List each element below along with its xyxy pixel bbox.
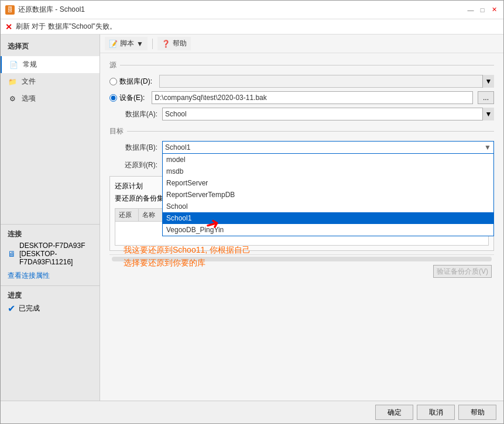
options-icon: ⚙ (8, 94, 17, 104)
database-radio[interactable] (109, 78, 117, 85)
source-radio-group: 数据库(D): ▼ 设备(E): ... (109, 75, 494, 104)
dropdown-selected[interactable]: School1 ▼ (162, 141, 494, 154)
restore-plan-title: 还原计划 (115, 181, 143, 191)
dropdown-arrow-icon: ▼ (484, 143, 491, 151)
script-button[interactable]: 📝 脚本 ▼ (105, 37, 148, 50)
server-icon: 🖥 (8, 249, 16, 258)
bottom-buttons: 确定 取消 帮助 (375, 405, 496, 420)
sidebar-item-general[interactable]: 📄 常规 (1, 56, 100, 73)
script-label: 脚本 (120, 39, 134, 49)
device-radio[interactable] (109, 94, 117, 102)
col-restore: 还原 (115, 209, 139, 221)
script-arrow-icon: ▼ (136, 40, 143, 48)
database-b-label: 数据库(B): (109, 143, 162, 153)
main-window: 🗄 还原数据库 - School1 — □ ✕ ✕ 刷新 对于 数据库"Scho… (0, 0, 504, 424)
connection-detail: [DESKTOP-F7DA93F\11216] (19, 250, 92, 266)
sidebar-item-options[interactable]: ⚙ 选项 (1, 90, 100, 107)
title-controls: — □ ✕ (466, 5, 499, 15)
toolbar-separator (152, 39, 153, 49)
sidebar: 选择页 📄 常规 📁 文件 ⚙ 选项 连接 🖥 DESKTOP-F7DA93F (1, 35, 100, 401)
check-icon: ✔ (8, 303, 15, 314)
dropdown-item-reportservertempdb[interactable]: ReportServerTempDB (163, 189, 493, 201)
main-content: 选择页 📄 常规 📁 文件 ⚙ 选项 连接 🖥 DESKTOP-F7DA93F (1, 35, 503, 401)
database-a-select[interactable]: School (162, 108, 494, 120)
help-label: 帮助 (173, 39, 187, 49)
progress-title: 进度 (8, 291, 92, 301)
progress-status: 已完成 (19, 304, 40, 313)
hscroll-track[interactable] (112, 257, 492, 261)
script-icon: 📝 (109, 40, 118, 48)
right-panel: 📝 脚本 ▼ ❓ 帮助 源 数据库(D): (100, 35, 503, 401)
database-source-select[interactable] (159, 75, 494, 88)
help-bottom-button[interactable]: 帮助 (458, 405, 496, 420)
maximize-button[interactable]: □ (478, 5, 487, 15)
error-message: 刷新 对于 数据库"School"失败。 (16, 22, 116, 32)
files-icon: 📁 (8, 77, 17, 87)
validate-button[interactable]: 验证备份介质(V) (433, 265, 492, 278)
close-button[interactable]: ✕ (489, 5, 499, 15)
dropdown-item-model[interactable]: model (163, 154, 493, 166)
title-bar: 🗄 还原数据库 - School1 — □ ✕ (1, 1, 503, 19)
browse-button[interactable]: ... (478, 91, 494, 104)
error-icon: ✕ (5, 22, 12, 32)
target-section-label: 目标 (109, 126, 494, 136)
sidebar-title: 选择页 (1, 39, 100, 56)
error-bar: ✕ 刷新 对于 数据库"School"失败。 (1, 19, 503, 35)
app-icon: 🗄 (5, 5, 15, 15)
dropdown-list: model msdb ReportServer ReportServerTemp… (162, 154, 494, 236)
bottom-bar: 确定 取消 帮助 (1, 401, 503, 423)
ok-button[interactable]: 确定 (375, 405, 413, 420)
connection-title: 连接 (8, 229, 92, 239)
general-icon: 📄 (9, 60, 18, 70)
dropdown-selected-text: School1 (165, 143, 190, 151)
database-a-label: 数据库(A): (109, 109, 162, 119)
dropdown-item-vegoodb[interactable]: VegooDB_PingYin (163, 224, 493, 236)
help-button[interactable]: ❓ 帮助 (157, 37, 191, 50)
device-radio-label: 设备(E): (119, 93, 145, 103)
cancel-button[interactable]: 取消 (417, 405, 455, 420)
dropdown-item-school[interactable]: School (163, 201, 493, 212)
connection-item: 🖥 DESKTOP-F7DA93F [DESKTOP-F7DA93F\11216… (8, 242, 92, 266)
source-section-label: 源 (109, 60, 494, 70)
sidebar-label-options: 选项 (22, 94, 36, 104)
dropdown-item-msdb[interactable]: msdb (163, 166, 493, 177)
device-radio-row: 设备(E): ... (109, 91, 494, 104)
form-area: 源 数据库(D): ▼ 设备(E): (100, 53, 503, 401)
device-path-input[interactable] (152, 91, 473, 104)
database-b-row: 数据库(B): School1 ▼ model msdb ReportServe… (109, 141, 494, 154)
database-radio-label: 数据库(D): (119, 77, 152, 87)
view-conn-props-link[interactable]: 查看连接属性 (8, 271, 50, 280)
progress-row: ✔ 已完成 (8, 303, 92, 314)
horizontal-scrollbar[interactable] (109, 254, 494, 263)
sidebar-label-files: 文件 (22, 77, 36, 87)
toolbar: 📝 脚本 ▼ ❓ 帮助 (100, 35, 503, 53)
connection-server: DESKTOP-F7DA93F (19, 242, 92, 250)
minimize-button[interactable]: — (466, 5, 475, 15)
restore-to-label: 还原到(R): (109, 160, 162, 170)
database-b-dropdown[interactable]: School1 ▼ model msdb ReportServer Report… (162, 141, 494, 154)
sidebar-item-files[interactable]: 📁 文件 (1, 73, 100, 90)
database-radio-row: 数据库(D): ▼ (109, 75, 494, 88)
validate-area: 验证备份介质(V) (109, 265, 494, 280)
sidebar-label-general: 常规 (23, 60, 37, 70)
help-icon: ❓ (162, 40, 170, 48)
database-a-row: 数据库(A): School ▼ (109, 108, 494, 120)
window-title: 还原数据库 - School1 (18, 5, 85, 15)
dropdown-item-school1[interactable]: School1 (163, 212, 493, 224)
dropdown-item-reportserver[interactable]: ReportServer (163, 177, 493, 189)
